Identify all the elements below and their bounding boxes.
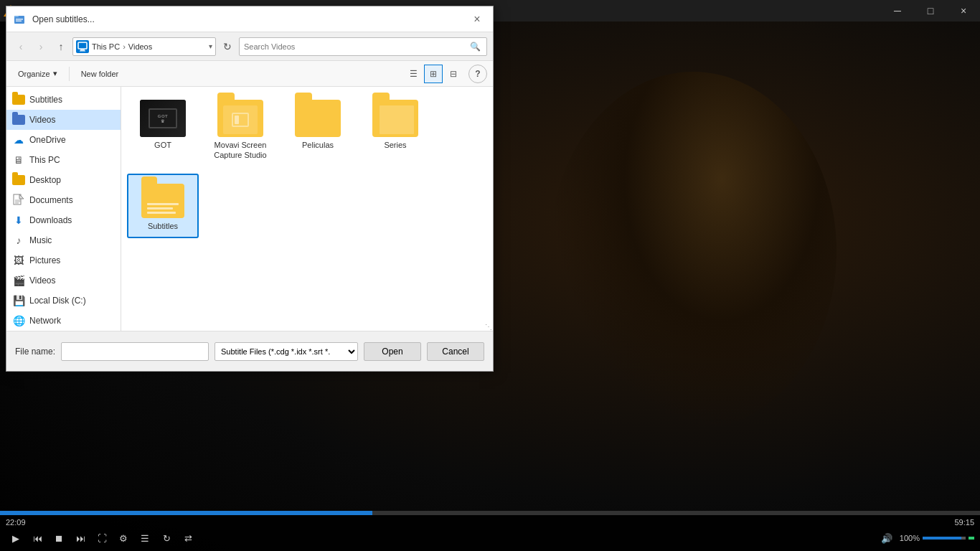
sidebar-item-music[interactable]: ♪ Music <box>6 230 121 250</box>
open-button[interactable]: Open <box>364 342 421 361</box>
series-folder-icon <box>372 100 418 137</box>
time-bar: 22:09 59:15 <box>0 515 980 527</box>
sidebar-label-onedrive: OneDrive <box>29 135 66 145</box>
close-button[interactable]: × <box>947 0 980 22</box>
file-item-movavi[interactable]: Movavi Screen Capture Studio <box>204 93 276 168</box>
sidebar-label-documents: Documents <box>29 195 73 205</box>
breadcrumb[interactable]: This PC › Videos ▾ <box>72 37 216 56</box>
view-buttons: ☰ ⊞ ⊟ <box>404 65 463 83</box>
volume-icon[interactable]: 🔊 <box>877 529 897 547</box>
sidebar-label-videos: Videos <box>29 115 55 125</box>
cancel-button[interactable]: Cancel <box>427 342 484 361</box>
sidebar-item-network[interactable]: 🌐 Network <box>6 311 121 331</box>
view-icons-button[interactable]: ⊞ <box>424 65 443 83</box>
sidebar-item-videos2[interactable]: 🎬 Videos <box>6 270 121 291</box>
sidebar-item-pictures[interactable]: 🖼 Pictures <box>6 250 121 270</box>
window-controls: ─ □ × <box>881 0 980 22</box>
music-icon: ♪ <box>12 234 25 247</box>
sidebar-item-onedrive[interactable]: ☁ OneDrive <box>6 130 121 150</box>
dialog-close-button[interactable]: × <box>467 9 487 29</box>
sidebar-item-this-pc[interactable]: 🖥 This PC <box>6 150 121 170</box>
subtitles-folder-icon <box>12 93 25 106</box>
peliculas-folder-icon <box>295 100 341 137</box>
this-pc-icon: 🖥 <box>12 154 25 166</box>
fullscreen-button[interactable]: ⛶ <box>92 529 112 547</box>
maximize-button[interactable]: □ <box>914 0 947 22</box>
search-button[interactable]: 🔍 <box>468 39 482 54</box>
forward-button[interactable]: › <box>32 38 50 55</box>
volume-end <box>969 537 974 540</box>
file-area: GOT♛ GOT Movavi Sc <box>121 87 493 331</box>
back-button[interactable]: ‹ <box>12 38 29 55</box>
file-item-got[interactable]: GOT♛ GOT <box>127 93 199 168</box>
progress-bar[interactable] <box>0 511 980 515</box>
sidebar-label-pictures: Pictures <box>29 255 60 265</box>
stop-button[interactable]: ⏹ <box>49 529 69 547</box>
sidebar-item-desktop[interactable]: Desktop <box>6 170 121 190</box>
sidebar-item-local-disk[interactable]: 💾 Local Disk (C:) <box>6 291 121 311</box>
volume-fill <box>923 537 961 540</box>
svg-rect-6 <box>80 50 85 51</box>
series-folder-name: Series <box>384 140 406 150</box>
movavi-folder-name: Movavi Screen Capture Studio <box>209 140 272 161</box>
sidebar-label-desktop: Desktop <box>29 175 61 185</box>
svg-rect-5 <box>80 50 85 51</box>
svg-rect-3 <box>16 20 22 22</box>
toolbar: Organize ▾ New folder ☰ ⊞ ⊟ ? <box>6 61 493 87</box>
refresh-button[interactable]: ↻ <box>219 38 236 55</box>
breadcrumb-dropdown[interactable]: ▾ <box>209 42 212 50</box>
subtitles-folder-icon <box>140 181 186 218</box>
file-item-series[interactable]: Series <box>359 93 431 168</box>
svg-rect-4 <box>78 42 87 49</box>
volume-label: 100% <box>900 534 920 542</box>
loop-button[interactable]: ↻ <box>156 529 176 547</box>
new-folder-button[interactable]: New folder <box>75 65 125 83</box>
search-input[interactable] <box>244 42 465 51</box>
volume-area: 🔊 100% <box>877 529 974 547</box>
time-current: 22:09 <box>6 518 26 527</box>
next-button[interactable]: ⏭ <box>70 529 90 547</box>
controls-bar: ▶ ⏮ ⏹ ⏭ ⛶ ⚙ ☰ ↻ ⇄ 🔊 100% <box>0 527 980 551</box>
playlist-button[interactable]: ☰ <box>135 529 155 547</box>
sidebar-label-subtitles: Subtitles <box>29 95 62 105</box>
address-bar: ‹ › ↑ This PC › Videos ▾ ↻ 🔍 <box>6 32 493 61</box>
minimize-button[interactable]: ─ <box>881 0 914 22</box>
help-button[interactable]: ? <box>468 65 487 83</box>
organize-button[interactable]: Organize ▾ <box>12 65 63 83</box>
breadcrumb-this-pc[interactable]: This PC <box>92 42 120 51</box>
settings-button[interactable]: ⚙ <box>113 529 133 547</box>
svg-marker-8 <box>19 194 24 199</box>
onedrive-icon: ☁ <box>12 133 25 146</box>
file-name-input[interactable] <box>61 342 209 361</box>
time-total: 59:15 <box>954 518 974 527</box>
dialog-body: Subtitles Videos ☁ OneDrive 🖥 This PC <box>6 87 493 331</box>
file-name-label: File name: <box>15 347 55 357</box>
shuffle-button[interactable]: ⇄ <box>178 529 198 547</box>
breadcrumb-videos[interactable]: Videos <box>128 42 152 51</box>
prev-button[interactable]: ⏮ <box>27 529 47 547</box>
breadcrumb-pc-icon <box>76 40 89 53</box>
svg-rect-2 <box>16 19 23 20</box>
organize-arrow: ▾ <box>53 69 57 78</box>
videos-folder-icon <box>12 113 25 126</box>
up-button[interactable]: ↑ <box>52 38 70 55</box>
files-grid: GOT♛ GOT Movavi Sc <box>127 93 487 238</box>
organize-label: Organize <box>18 70 50 78</box>
downloads-icon: ⬇ <box>12 214 25 227</box>
dialog-footer: File name: Subtitle Files (*.cdg *.idx *… <box>6 331 493 371</box>
sidebar-item-subtitles[interactable]: Subtitles <box>6 90 121 110</box>
sidebar-item-videos[interactable]: Videos <box>6 110 121 130</box>
file-item-subtitles[interactable]: Subtitles <box>127 174 199 238</box>
view-list-button[interactable]: ☰ <box>404 65 423 83</box>
volume-bar[interactable] <box>923 537 966 540</box>
pictures-icon: 🖼 <box>12 254 25 267</box>
svg-rect-1 <box>14 16 19 17</box>
file-item-peliculas[interactable]: Peliculas <box>282 93 354 168</box>
sidebar-item-documents[interactable]: Documents <box>6 190 121 210</box>
sidebar-item-downloads[interactable]: ⬇ Downloads <box>6 210 121 230</box>
resize-handle[interactable] <box>484 322 493 331</box>
peliculas-folder-name: Peliculas <box>302 140 334 150</box>
play-button[interactable]: ▶ <box>6 529 26 547</box>
file-type-select[interactable]: Subtitle Files (*.cdg *.idx *.srt *. <box>215 342 358 361</box>
view-details-button[interactable]: ⊟ <box>444 65 463 83</box>
